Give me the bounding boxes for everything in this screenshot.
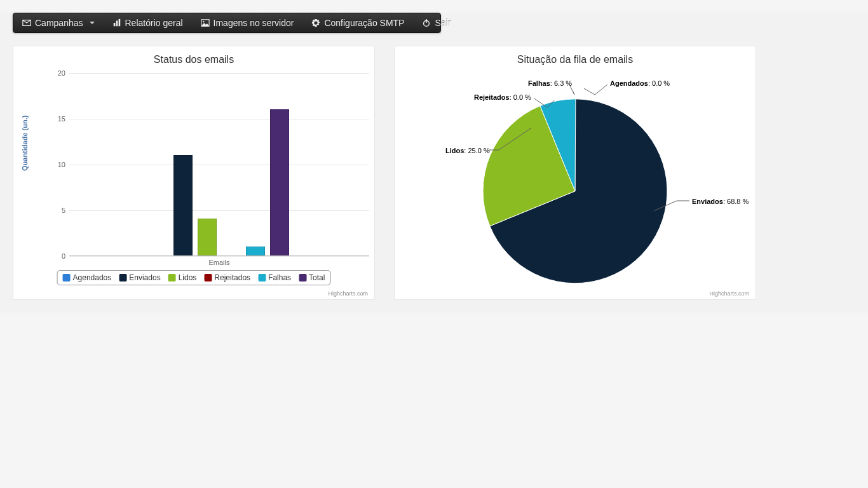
nav-sair[interactable]: Sair (413, 14, 459, 32)
legend-item-total[interactable]: Total (299, 273, 325, 282)
nav-imagens[interactable]: Imagens no servidor (192, 14, 303, 32)
nav-relatorio[interactable]: Relatório geral (104, 14, 192, 32)
envelope-icon (22, 18, 31, 27)
svg-rect-2 (118, 19, 120, 26)
legend-item-agendados[interactable]: Agendados (63, 273, 112, 282)
gridline (69, 119, 369, 119)
pie-label-rejeitados: Rejeitados: 0.0 % (474, 93, 531, 101)
legend-item-rejeitados[interactable]: Rejeitados (204, 273, 250, 282)
pie-label-agendados: Agendados: 0.0 % (610, 79, 670, 87)
legend-label: Total (309, 273, 325, 282)
gridline (69, 73, 369, 74)
gridline (69, 210, 369, 211)
nav-campanhas-label: Campanhas (35, 18, 83, 28)
bar-total[interactable] (270, 109, 289, 255)
gridline (69, 165, 369, 165)
highcharts-credit[interactable]: Highcharts.com (709, 290, 749, 297)
bar-chart-title: Status dos emails (20, 54, 368, 65)
image-icon (201, 18, 210, 27)
nav-imagens-label: Imagens no servidor (214, 18, 294, 28)
nav-smtp[interactable]: Configuração SMTP (302, 14, 413, 32)
chevron-down-icon (90, 22, 95, 24)
panel-status-emails: Status dos emails Quantidade (un.) 05101… (13, 46, 375, 300)
ytick-label: 5 (50, 207, 65, 214)
ytick-label: 20 (50, 69, 65, 77)
bar-chart-legend: AgendadosEnviadosLidosRejeitadosFalhasTo… (57, 270, 331, 285)
bar-chart-icon (112, 18, 121, 27)
ytick-label: 15 (50, 115, 65, 123)
bar-lidos[interactable] (198, 219, 217, 255)
gear-icon (311, 18, 320, 27)
bar-chart-xlabel: Emails (69, 259, 369, 266)
ytick-label: 0 (50, 252, 65, 260)
legend-swatch (63, 274, 71, 281)
pie-label-enviados: Enviados: 68.8 % (692, 198, 749, 205)
pie-chart-title: Situação da fila de emails (401, 54, 749, 65)
nav-relatorio-label: Relatório geral (125, 18, 183, 28)
nav-smtp-label: Configuração SMTP (324, 18, 404, 28)
legend-label: Agendados (73, 273, 112, 282)
bar-chart: Quantidade (un.) 05101520 Emails Agendad… (20, 69, 368, 285)
ytick-label: 10 (50, 161, 65, 168)
legend-swatch (168, 274, 176, 281)
svg-rect-1 (116, 21, 118, 27)
pie-label-falhas: Falhas: 6.3 % (528, 79, 572, 87)
bar-enviados[interactable] (173, 155, 193, 255)
svg-rect-6 (426, 19, 427, 23)
legend-item-falhas[interactable]: Falhas (258, 273, 291, 282)
pie-label-lidos: Lidos: 25.0 % (445, 147, 490, 154)
highcharts-credit[interactable]: Highcharts.com (328, 290, 368, 297)
nav-campanhas[interactable]: Campanhas (13, 14, 104, 32)
legend-label: Rejeitados (214, 273, 250, 282)
pie-chart: Enviados: 68.8 %Lidos: 25.0 %Falhas: 6.3… (401, 69, 749, 298)
panel-fila-emails: Situação da fila de emails Enviados: 68.… (394, 46, 756, 300)
legend-swatch (204, 274, 212, 281)
legend-item-enviados[interactable]: Enviados (119, 273, 160, 282)
legend-item-lidos[interactable]: Lidos (168, 273, 197, 282)
legend-label: Falhas (268, 273, 291, 282)
bar-chart-ylabel: Quantidade (un.) (21, 116, 29, 171)
gridline (69, 256, 369, 257)
legend-swatch (299, 274, 306, 281)
legend-swatch (119, 274, 126, 281)
svg-point-4 (203, 21, 204, 22)
svg-rect-0 (113, 23, 115, 26)
bar-chart-plot: 05101520 (69, 73, 369, 256)
pie-connectors (401, 69, 763, 298)
power-icon (422, 18, 431, 27)
legend-label: Enviados (129, 273, 160, 282)
legend-swatch (258, 274, 266, 281)
legend-label: Lidos (179, 273, 197, 282)
dashboard-panels: Status dos emails Quantidade (un.) 05101… (13, 46, 855, 300)
navbar: Campanhas Relatório geral Imagens no ser… (13, 13, 441, 33)
bar-falhas[interactable] (246, 247, 265, 255)
nav-sair-label: Sair (435, 18, 451, 28)
